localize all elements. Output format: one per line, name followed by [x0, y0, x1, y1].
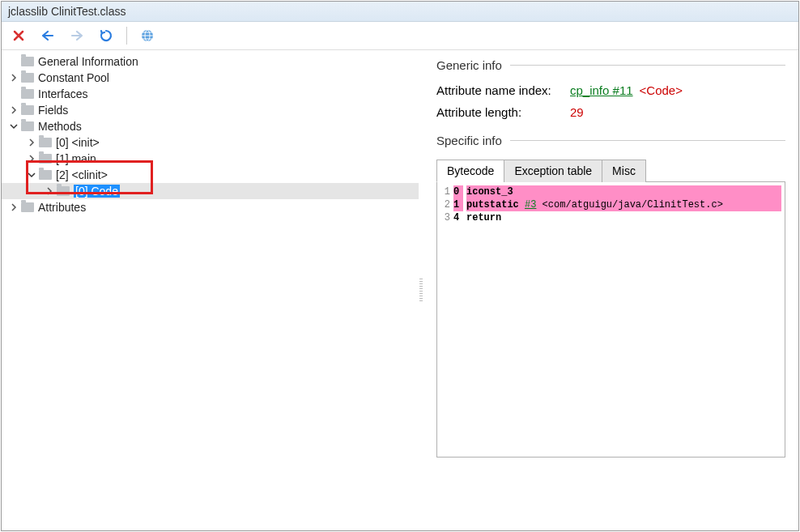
folder-icon: [57, 186, 70, 196]
folder-icon: [39, 138, 52, 147]
attr-len-label: Attribute length:: [436, 105, 570, 119]
bytecode-offset: 4: [453, 211, 463, 224]
chevron-right-icon[interactable]: [8, 74, 19, 82]
toolbar: [2, 22, 798, 50]
chevron-down-icon[interactable]: [26, 171, 37, 179]
forward-button[interactable]: [68, 27, 86, 45]
tree-item[interactable]: General Information: [2, 53, 419, 70]
tree-item-label: Interfaces: [38, 87, 87, 100]
detail-panel: Generic info Attribute name index: cp_in…: [423, 50, 798, 530]
back-button[interactable]: [39, 27, 57, 45]
generic-info-title: Generic info: [436, 58, 502, 72]
app-window: jclasslib ClinitTest.class General Infor…: [1, 1, 799, 531]
bytecode-lineno: 3: [440, 211, 450, 224]
tree-panel[interactable]: General InformationConstant PoolInterfac…: [2, 50, 419, 530]
close-button[interactable]: [10, 27, 28, 45]
bytecode-lineno: 1: [440, 185, 450, 198]
bytecode-offset: 0: [453, 185, 463, 198]
tabs: Bytecode Exception table Misc: [436, 159, 785, 182]
bytecode-view[interactable]: 10iconst_321putstatic #3 <com/atguigu/ja…: [436, 182, 785, 458]
tree-item-label: [2] <clinit>: [56, 168, 108, 181]
window-title: jclasslib ClinitTest.class: [8, 5, 126, 18]
tree-item[interactable]: [0] <init>: [2, 134, 419, 151]
arrow-left-icon: [40, 29, 55, 42]
bytecode-comment: <com/atguigu/java/ClinitTest.c>: [536, 199, 722, 211]
attr-name-link[interactable]: cp_info #11: [570, 83, 633, 97]
tab-bytecode[interactable]: Bytecode: [436, 160, 504, 182]
tree-item[interactable]: Attributes: [2, 199, 419, 215]
bytecode-instr-wrap: iconst_3: [466, 185, 781, 198]
globe-button[interactable]: [138, 27, 156, 45]
tree-item-label: [1] main: [56, 152, 96, 165]
folder-icon: [21, 89, 34, 99]
bytecode-instr-wrap: return: [466, 211, 781, 224]
attr-len-row: Attribute length: 29: [436, 105, 785, 119]
folder-icon: [39, 170, 52, 180]
tree-item-label: [0] Code: [74, 185, 120, 198]
chevron-right-icon[interactable]: [8, 106, 19, 114]
toolbar-separator: [126, 27, 127, 45]
tree-item-label: [0] <init>: [56, 136, 100, 149]
tree-item-label: Attributes: [38, 201, 86, 214]
bytecode-instruction: putstatic: [466, 199, 519, 211]
chevron-right-icon[interactable]: [44, 187, 55, 195]
titlebar: jclasslib ClinitTest.class: [2, 2, 798, 22]
attr-len-value: 29: [570, 105, 584, 119]
close-icon: [12, 29, 25, 42]
splitter-grip-icon: [419, 279, 423, 303]
generic-info-section: Generic info Attribute name index: cp_in…: [436, 58, 785, 119]
chevron-right-icon[interactable]: [8, 203, 19, 211]
folder-icon: [21, 105, 34, 115]
chevron-right-icon[interactable]: [26, 155, 37, 163]
bytecode-lineno: 2: [440, 198, 450, 211]
attr-name-row: Attribute name index: cp_info #11 <Code>: [436, 83, 785, 97]
specific-info-section: Specific info Bytecode Exception table M…: [436, 134, 785, 458]
attr-name-label: Attribute name index:: [436, 83, 570, 97]
section-divider: [510, 65, 785, 66]
folder-icon: [21, 121, 34, 131]
folder-icon: [21, 73, 34, 83]
arrow-right-icon: [70, 29, 84, 42]
bytecode-line[interactable]: 10iconst_3: [440, 185, 781, 198]
refresh-icon: [99, 28, 113, 43]
tab-exception-table[interactable]: Exception table: [504, 160, 602, 182]
tree-item[interactable]: [1] main: [2, 151, 419, 167]
bytecode-instr-wrap: putstatic #3 <com/atguigu/java/ClinitTes…: [466, 198, 781, 211]
bytecode-line[interactable]: 34return: [440, 211, 781, 224]
folder-icon: [21, 202, 34, 212]
tree-item-label: Methods: [38, 120, 82, 133]
tree-item-label: Fields: [38, 104, 68, 117]
tree-item[interactable]: Methods: [2, 118, 419, 134]
tree-item[interactable]: Interfaces: [2, 86, 419, 102]
chevron-down-icon[interactable]: [8, 122, 19, 130]
tree-item[interactable]: [2] <clinit>: [2, 167, 419, 183]
tree-item[interactable]: Constant Pool: [2, 70, 419, 86]
globe-icon: [140, 28, 155, 43]
bytecode-instruction: iconst_3: [466, 186, 513, 198]
folder-icon: [39, 154, 52, 164]
bytecode-offset: 1: [453, 198, 463, 211]
tree-item[interactable]: Fields: [2, 102, 419, 118]
tree-item-label: Constant Pool: [38, 71, 109, 84]
folder-icon: [21, 57, 34, 66]
refresh-button[interactable]: [97, 27, 115, 45]
specific-info-title: Specific info: [436, 134, 502, 147]
bytecode-line[interactable]: 21putstatic #3 <com/atguigu/java/ClinitT…: [440, 198, 781, 211]
attr-name-extra: <Code>: [640, 83, 683, 97]
chevron-right-icon[interactable]: [26, 138, 37, 147]
bytecode-instruction: return: [466, 212, 501, 223]
tree-item-label: General Information: [38, 55, 138, 68]
main-area: General InformationConstant PoolInterfac…: [2, 50, 798, 530]
tab-misc[interactable]: Misc: [602, 160, 646, 182]
section-divider: [510, 140, 785, 141]
bytecode-link[interactable]: #3: [525, 199, 536, 211]
tree-item[interactable]: [0] Code: [2, 183, 419, 199]
